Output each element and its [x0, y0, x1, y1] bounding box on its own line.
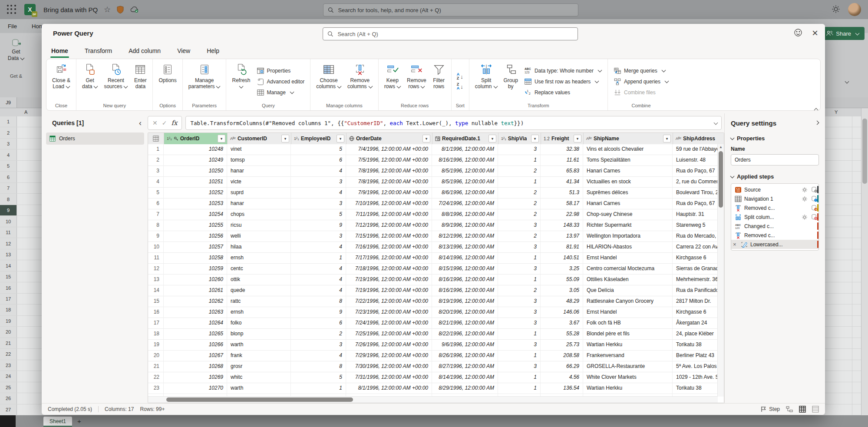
table-cell[interactable]: vinet — [227, 144, 291, 155]
table-cell[interactable]: 7/23/1996, 12:00:00 AM +00:00 — [346, 307, 432, 318]
table-cell[interactable]: ricsu — [227, 220, 291, 231]
table-cell[interactable]: Centro comercial Moctezuma — [583, 264, 673, 274]
table-cell[interactable]: 51.3 — [541, 188, 583, 198]
collapse-queries-pane-button[interactable]: ‹ — [139, 119, 142, 128]
vertical-scrollbar-thumb[interactable] — [719, 151, 723, 208]
row-number-cell[interactable]: 4 — [148, 177, 164, 187]
table-cell[interactable]: 8/5/1996, 12:00:00 AM — [432, 166, 498, 176]
table-cell[interactable]: 5 — [291, 209, 346, 220]
collapse-settings-pane-button[interactable] — [815, 120, 819, 125]
table-vertical-scrollbar[interactable]: ▲ — [717, 144, 724, 397]
table-cell[interactable]: 8/12/1996, 12:00:00 AM — [432, 231, 498, 242]
table-cell[interactable]: 13.97 — [541, 231, 583, 242]
table-cell[interactable]: 7/8/1996, 12:00:00 AM +00:00 — [346, 177, 432, 187]
table-cell[interactable]: 48.29 — [541, 296, 583, 307]
table-cell[interactable]: 3 — [498, 296, 541, 307]
data-type-button[interactable]: ABC123 Data type: Whole number — [522, 66, 604, 76]
table-cell[interactable]: 4 — [291, 351, 346, 361]
table-cell[interactable]: 7/12/1996, 12:00:00 AM +00:00 — [346, 220, 432, 231]
cancel-formula-icon[interactable]: ✕ — [152, 119, 158, 126]
table-cell[interactable]: HILARION-Abastos — [583, 242, 673, 252]
row-number-cell[interactable]: 14 — [148, 285, 164, 296]
table-cell[interactable]: welli — [227, 231, 291, 242]
table-cell[interactable]: 10255 — [164, 220, 227, 231]
table-cell[interactable]: Starenweg 5 — [673, 220, 724, 231]
keep-rows-button[interactable]: Keeprows — [382, 61, 403, 102]
table-cell[interactable]: 8/16/1996, 12:00:00 AM — [432, 275, 498, 285]
row-number-cell[interactable]: 9 — [148, 231, 164, 242]
table-cell[interactable]: Rua do Mercado, 1 — [673, 231, 724, 242]
table-cell[interactable]: 3 — [498, 318, 541, 328]
table-cell[interactable]: 8/14/1996, 12:00:00 AM — [432, 372, 498, 383]
table-cell[interactable]: warth — [227, 340, 291, 350]
row-number-cell[interactable]: 18 — [148, 329, 164, 339]
tab-add-column[interactable]: Add column — [127, 47, 162, 58]
table-cell[interactable]: 55.09 — [541, 275, 583, 285]
table-cell[interactable]: 7/24/1996, 12:00:00 AM +00:00 — [346, 318, 432, 328]
table-cell[interactable]: Richter Supermarkt — [583, 220, 673, 231]
table-cell[interactable]: Wartian Herkku — [583, 383, 673, 394]
table-cell[interactable]: 10250 — [164, 166, 227, 176]
table-cell[interactable]: 10249 — [164, 155, 227, 166]
commit-formula-icon[interactable]: ✓ — [162, 119, 167, 126]
row-number-cell[interactable]: 7 — [148, 209, 164, 220]
row-number-cell[interactable]: 10 — [148, 242, 164, 252]
table-cell[interactable]: 7/24/1996, 12:00:00 AM — [432, 199, 498, 209]
table-cell[interactable]: 10270 — [164, 383, 227, 394]
manage-parameters-button[interactable]: Manageparameters — [186, 61, 223, 102]
table-corner-cell[interactable] — [148, 133, 164, 144]
applied-step[interactable]: ABC123Changed c... — [731, 222, 818, 231]
table-cell[interactable]: 1 — [498, 372, 541, 383]
table-cell[interactable]: warth — [227, 383, 291, 394]
table-cell[interactable]: Hanari Carnes — [583, 199, 673, 209]
table-cell[interactable]: 2 — [291, 329, 346, 339]
table-cell[interactable]: Rua do Paço, 67 — [673, 199, 724, 209]
table-cell[interactable]: 7/25/1996, 12:00:00 AM +00:00 — [346, 329, 432, 339]
table-cell[interactable]: 1 — [498, 329, 541, 339]
table-cell[interactable]: Que Delícia — [583, 285, 673, 296]
table-cell[interactable]: 8/20/1996, 12:00:00 AM — [432, 307, 498, 318]
table-cell[interactable]: 2 — [498, 285, 541, 296]
table-cell[interactable]: 55.28 — [541, 329, 583, 339]
table-cell[interactable]: GROSELLA-Restaurante — [583, 361, 673, 372]
applied-step[interactable]: Navigation 1 — [731, 194, 818, 203]
row-number-cell[interactable]: 3 — [148, 166, 164, 176]
append-queries-button[interactable]: Append queries — [611, 77, 671, 86]
table-cell[interactable]: 1029 - 12th Ave. S. — [673, 372, 724, 383]
table-cell[interactable]: 148.33 — [541, 220, 583, 231]
group-by-button[interactable]: Groupby — [502, 61, 520, 102]
row-number-cell[interactable]: 2 — [148, 155, 164, 166]
table-cell[interactable]: 24, place Kléber — [673, 329, 724, 339]
table-cell[interactable]: 7/31/1996, 12:00:00 AM +00:00 — [346, 372, 432, 383]
table-cell[interactable]: 66.29 — [541, 361, 583, 372]
tab-help[interactable]: Help — [205, 47, 221, 58]
table-cell[interactable]: 8/22/1996, 12:00:00 AM — [432, 329, 498, 339]
column-header-shipaddress[interactable]: AᴮᶜShipAddress▾ — [673, 133, 724, 144]
table-cell[interactable]: 10265 — [164, 329, 227, 339]
table-cell[interactable]: 41.34 — [541, 177, 583, 187]
formula-input[interactable]: Table.TransformColumns(#"Removed columns… — [185, 116, 722, 130]
filter-rows-button[interactable]: Filterrows — [430, 61, 448, 102]
options-button[interactable]: Options — [156, 61, 178, 102]
table-cell[interactable]: 8/27/1996, 12:00:00 AM — [432, 361, 498, 372]
table-cell[interactable]: Kirchgasse 6 — [673, 253, 724, 263]
column-filter-button[interactable]: ▾ — [281, 135, 289, 142]
tab-home[interactable]: Home — [50, 47, 70, 58]
row-number-cell[interactable]: 12 — [148, 264, 164, 274]
close-and-load-button[interactable]: Close &Load — [50, 61, 73, 102]
table-cell[interactable]: 10262 — [164, 296, 227, 307]
schema-view-button[interactable] — [812, 406, 819, 413]
table-cell[interactable]: 6 — [291, 318, 346, 328]
table-cell[interactable]: 10256 — [164, 231, 227, 242]
table-cell[interactable]: 8/1/1996, 12:00:00 AM — [432, 144, 498, 155]
table-cell[interactable]: 3 — [498, 220, 541, 231]
table-cell[interactable]: 59 rue de l'Abbaye — [673, 144, 724, 155]
table-cell[interactable]: 8/6/1996, 12:00:00 AM — [432, 188, 498, 198]
table-cell[interactable]: Torikatu 38 — [673, 383, 724, 394]
table-cell[interactable]: 3 — [498, 242, 541, 252]
table-cell[interactable]: 3 — [291, 340, 346, 350]
table-cell[interactable]: 2 — [498, 231, 541, 242]
table-cell[interactable]: Chop-suey Chinese — [583, 209, 673, 220]
delete-step-icon[interactable]: × — [733, 242, 738, 247]
table-cell[interactable]: 10248 — [164, 144, 227, 155]
